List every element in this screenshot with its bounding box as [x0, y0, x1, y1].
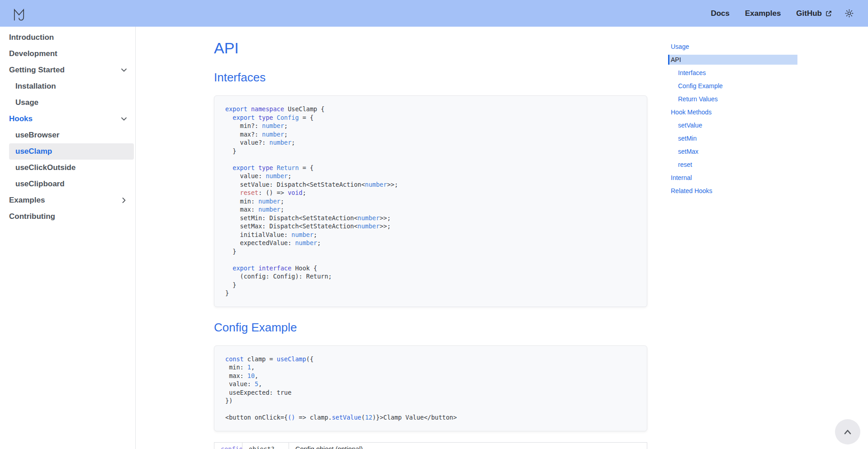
code-line: max?: number;: [225, 130, 636, 139]
scroll-to-top-button[interactable]: [835, 419, 860, 444]
nav-link-docs[interactable]: Docs: [711, 9, 730, 18]
code-line: max: 10,: [225, 372, 636, 380]
sidebar-item-useclamp[interactable]: useClamp: [9, 143, 134, 160]
toc-item-setvalue[interactable]: setValue: [668, 118, 797, 132]
code-line: max: number;: [225, 205, 636, 214]
code-line: export type Return = {: [225, 164, 636, 172]
code-line: [225, 155, 636, 164]
sidebar-item-introduction[interactable]: Introduction: [9, 29, 134, 46]
code-line: initialValue: number;: [225, 231, 636, 239]
sidebar-item-usage[interactable]: Usage: [9, 95, 134, 111]
chevron-up-icon: [843, 427, 853, 436]
code-line: [225, 255, 636, 264]
nav-link-label: Docs: [711, 9, 730, 18]
sidebar-item-installation[interactable]: Installation: [9, 78, 134, 95]
app-header: DocsExamplesGitHub: [0, 0, 868, 27]
sidebar-item-label: Introduction: [9, 33, 54, 42]
code-line: setValue: Dispatch<SetStateAction<number…: [225, 180, 636, 189]
code-line: }: [225, 289, 636, 298]
sidebar-item-label: Usage: [15, 98, 38, 107]
toc-item-label: Return Values: [678, 95, 718, 103]
code-line: expectedValue: number;: [225, 239, 636, 247]
code-line: useExpected: true: [225, 388, 636, 397]
sidebar-item-label: Installation: [15, 82, 56, 91]
toc-item-label: setValue: [678, 122, 702, 129]
sidebar-item-usebrowser[interactable]: useBrowser: [9, 127, 134, 143]
toc-item-label: Interfaces: [678, 69, 706, 76]
sidebar-item-label: useClickOutside: [15, 163, 76, 172]
sidebar-nav: IntroductionDevelopmentGetting StartedIn…: [0, 27, 136, 449]
toc-item-label: Usage: [671, 43, 689, 50]
section-heading: Interfaces: [214, 71, 647, 85]
sidebar-item-label: Examples: [9, 196, 45, 205]
nav-link-examples[interactable]: Examples: [745, 9, 781, 18]
code-line: setMax: Dispatch<SetStateAction<number>>…: [225, 222, 636, 231]
code-line: min?: number;: [225, 122, 636, 130]
sidebar-item-label: useClipboard: [15, 180, 65, 189]
toc-item-return-values[interactable]: Return Values: [668, 92, 797, 105]
toc-item-label: setMin: [678, 135, 697, 142]
logo-mj-monogram-icon[interactable]: [12, 6, 26, 21]
sidebar-item-getting-started[interactable]: Getting Started: [9, 62, 134, 78]
sidebar-item-label: useClamp: [15, 147, 52, 156]
table-cell: Config object (optional): [289, 442, 647, 449]
code-line: }: [225, 147, 636, 156]
table-cell: object?: [242, 442, 289, 449]
sidebar-item-label: Contributing: [9, 212, 55, 221]
toc-item-label: API: [671, 56, 681, 63]
toc-item-reset[interactable]: reset: [668, 158, 797, 171]
code-line: }): [225, 397, 636, 405]
code-line: value: 5,: [225, 380, 636, 388]
toc-item-internal[interactable]: Internal: [668, 171, 797, 184]
code-line: const clamp = useClamp({: [225, 355, 636, 364]
sun-icon: [845, 9, 854, 18]
code-line: }: [225, 281, 636, 289]
toc-item-api[interactable]: API: [668, 55, 797, 65]
toc-item-interfaces[interactable]: Interfaces: [668, 66, 797, 79]
code-block: export namespace UseClamp { export type …: [214, 95, 647, 307]
header-nav: DocsExamplesGitHub: [711, 9, 868, 18]
sidebar-item-label: Hooks: [9, 114, 33, 123]
table-row: configobject?Config object (optional): [214, 442, 647, 449]
toc-item-label: Related Hooks: [671, 187, 712, 194]
toc-item-setmax[interactable]: setMax: [668, 145, 797, 158]
toc-item-config-example[interactable]: Config Example: [668, 79, 797, 92]
sidebar-item-label: Getting Started: [9, 66, 65, 75]
toc-item-label: reset: [678, 161, 692, 168]
toc-item-related-hooks[interactable]: Related Hooks: [668, 184, 797, 197]
code-line: [225, 405, 636, 414]
sidebar-item-contributing[interactable]: Contributing: [9, 208, 134, 225]
toc-item-setmin[interactable]: setMin: [668, 132, 797, 145]
sidebar-item-examples[interactable]: Examples: [9, 192, 134, 208]
sidebar-item-development[interactable]: Development: [9, 46, 134, 62]
chevron-down-icon: [120, 66, 128, 74]
api-parameters-table: configobject?Config object (optional)min…: [214, 442, 647, 449]
chevron-right-icon: [120, 197, 128, 204]
nav-link-label: Examples: [745, 9, 781, 18]
theme-toggle-button[interactable]: [845, 9, 854, 18]
sidebar-item-hooks[interactable]: Hooks: [9, 111, 134, 127]
code-line: setMin: Dispatch<SetStateAction<number>>…: [225, 214, 636, 222]
sidebar-item-label: useBrowser: [15, 131, 59, 140]
main-content: API Interfacesexport namespace UseClamp …: [214, 27, 647, 449]
toc-item-label: Config Example: [678, 82, 723, 90]
sidebar-item-useclipboard[interactable]: useClipboard: [9, 176, 134, 192]
toc-item-label: Internal: [671, 174, 692, 181]
external-link-icon: [825, 10, 832, 17]
toc-item-hook-methods[interactable]: Hook Methods: [668, 105, 797, 118]
code-line: (config: Config): Return;: [225, 272, 636, 281]
sidebar-item-useclickoutside[interactable]: useClickOutside: [9, 160, 134, 176]
sidebar-item-label: Development: [9, 49, 57, 58]
nav-link-github[interactable]: GitHub: [796, 9, 832, 18]
code-line: min: 1,: [225, 363, 636, 372]
page-title: API: [214, 39, 647, 57]
code-line: value: number;: [225, 172, 636, 180]
code-line: export namespace UseClamp {: [225, 105, 636, 113]
chevron-down-icon: [120, 115, 128, 123]
code-line: value?: number;: [225, 138, 636, 147]
section-heading: Config Example: [214, 321, 647, 335]
code-block: const clamp = useClamp({ min: 1, max: 10…: [214, 345, 647, 431]
code-line: }: [225, 247, 636, 256]
toc-item-usage[interactable]: Usage: [668, 40, 797, 53]
toc-item-label: setMax: [678, 148, 698, 155]
